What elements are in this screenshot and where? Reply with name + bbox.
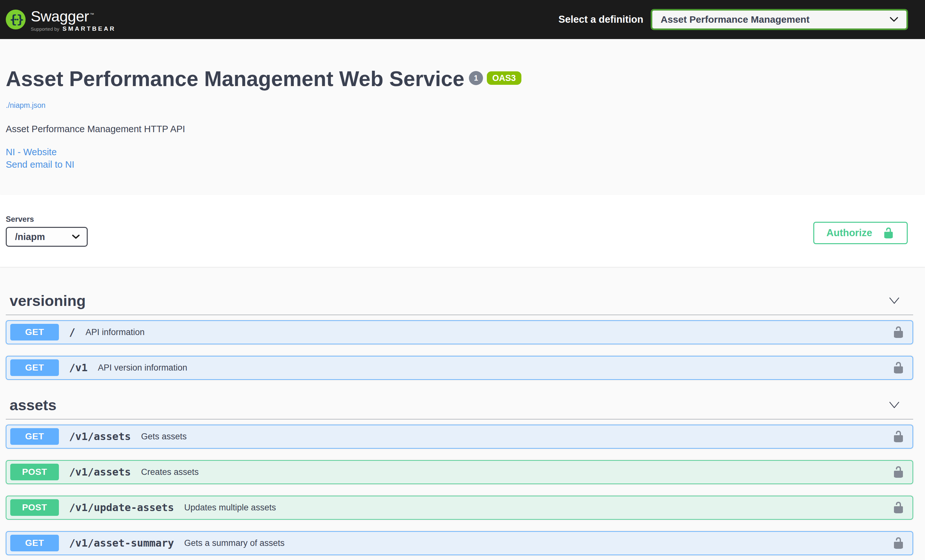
servers-block: Servers /niapm [6, 215, 88, 247]
method-badge: GET [10, 428, 59, 445]
unlock-icon [883, 227, 895, 239]
chevron-down-icon [889, 402, 900, 409]
smartbear-label: SMARTBEAR [62, 25, 116, 32]
unlock-icon [892, 430, 905, 443]
auth-lock-button[interactable] [892, 326, 905, 339]
auth-lock-button[interactable] [892, 465, 905, 479]
tag-header[interactable]: assets [6, 391, 913, 420]
spec-url-link[interactable]: ./niapm.json [6, 101, 45, 110]
tag-header[interactable]: versioning [6, 287, 913, 315]
unlock-icon [892, 326, 905, 339]
authorize-button[interactable]: Authorize [813, 222, 908, 244]
operation-summary: Gets assets [141, 432, 187, 442]
method-badge: GET [10, 359, 59, 376]
operation-summary: API information [86, 327, 145, 337]
operation-row[interactable]: POST /v1/update-assets Updates multiple … [6, 496, 913, 520]
operation-path: / [69, 326, 75, 338]
tag-section: assets GET /v1/assets Gets assets POST /… [6, 391, 913, 555]
supported-by-label: Supported by [31, 26, 59, 32]
operation-path: /v1/assets [69, 466, 131, 478]
operation-summary: Creates assets [141, 467, 199, 477]
method-badge: POST [10, 464, 59, 480]
swagger-logo[interactable]: { } Swagger™ Supported by SMARTBEAR [6, 7, 116, 32]
operation-path: /v1/assets [69, 431, 131, 443]
chevron-down-icon [72, 235, 80, 239]
operation-path: /v1/update-assets [69, 501, 174, 513]
operation-row[interactable]: GET /v1/asset-summary Gets a summary of … [6, 531, 913, 555]
tag-section: versioning GET / API information GET /v1… [6, 287, 913, 380]
scheme-container: Servers /niapm Authorize [0, 194, 925, 267]
operation-row[interactable]: GET / API information [6, 320, 913, 344]
info-section: Asset Performance Management Web Service… [0, 39, 925, 194]
email-link[interactable]: Send email to NI [6, 158, 919, 171]
server-selected-value: /niapm [15, 232, 45, 242]
unlock-icon [892, 361, 905, 374]
oas3-badge: OAS3 [487, 71, 521, 85]
operation-path: /v1/asset-summary [69, 537, 174, 549]
operation-row[interactable]: GET /v1 API version information [6, 356, 913, 380]
auth-lock-button[interactable] [892, 537, 905, 549]
auth-lock-button[interactable] [892, 501, 905, 514]
website-link[interactable]: NI - Website [6, 146, 919, 158]
tag-title: assets [10, 396, 56, 414]
trademark: ™ [90, 12, 94, 17]
swagger-logo-icon: { } [6, 10, 26, 29]
method-badge: POST [10, 499, 59, 516]
method-badge: GET [10, 324, 59, 340]
definition-select[interactable]: Asset Performance Management [651, 9, 908, 30]
operation-row[interactable]: POST /v1/assets Creates assets [6, 460, 913, 484]
select-definition-label: Select a definition [559, 14, 643, 25]
unlock-icon [892, 537, 905, 549]
page-title: Asset Performance Management Web Service [6, 64, 464, 93]
operation-summary: API version information [98, 363, 187, 373]
unlock-icon [892, 501, 905, 514]
servers-select[interactable]: /niapm [6, 227, 88, 247]
operation-summary: Updates multiple assets [184, 503, 276, 513]
auth-lock-button[interactable] [892, 361, 905, 374]
version-badge: 1 [469, 71, 483, 85]
method-badge: GET [10, 535, 59, 551]
operation-summary: Gets a summary of assets [184, 538, 285, 548]
operation-row[interactable]: GET /v1/assets Gets assets [6, 425, 913, 449]
operation-path: /v1 [69, 361, 88, 374]
topbar: { } Swagger™ Supported by SMARTBEAR Sele… [0, 0, 925, 39]
authorize-label: Authorize [826, 227, 872, 239]
servers-label: Servers [6, 215, 88, 224]
brand-name: Swagger™ [31, 7, 116, 24]
chevron-down-icon [889, 297, 900, 304]
api-description: Asset Performance Management HTTP API [6, 124, 919, 134]
definition-selected-value: Asset Performance Management [661, 14, 809, 25]
operations-list: versioning GET / API information GET /v1… [0, 267, 925, 555]
auth-lock-button[interactable] [892, 430, 905, 443]
chevron-down-icon [890, 17, 898, 22]
tag-title: versioning [10, 292, 86, 309]
unlock-icon [892, 465, 905, 479]
